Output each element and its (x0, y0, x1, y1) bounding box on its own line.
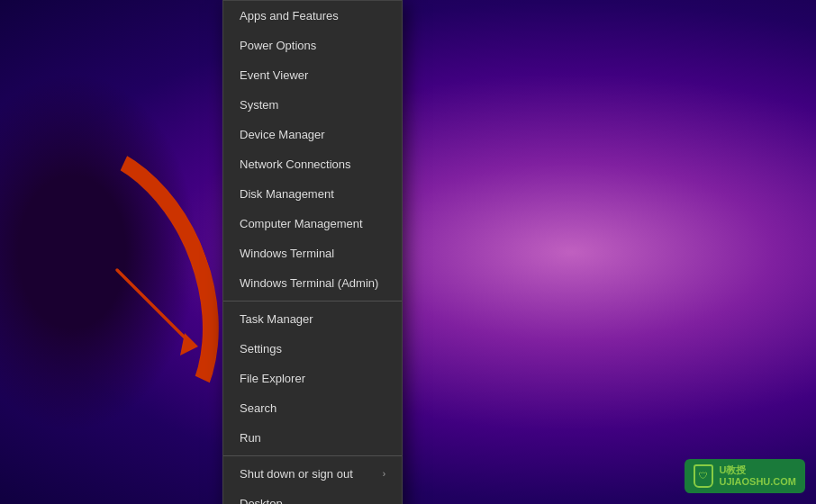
arrow-indicator (90, 252, 216, 369)
menu-item-label-event-viewer: Event Viewer (240, 68, 308, 82)
menu-item-network-connections[interactable]: Network Connections (223, 149, 402, 179)
menu-item-label-desktop: Desktop (240, 497, 283, 504)
menu-item-power-options[interactable]: Power Options (223, 31, 402, 60)
menu-item-label-search: Search (240, 401, 277, 415)
chevron-right-icon: › (383, 469, 385, 479)
menu-item-shut-down[interactable]: Shut down or sign out› (223, 459, 402, 489)
watermark-shield-icon: 🛡 (694, 464, 713, 488)
menu-item-label-shut-down: Shut down or sign out (240, 467, 353, 481)
menu-item-label-disk-management: Disk Management (240, 187, 334, 201)
menu-item-label-computer-management: Computer Management (240, 217, 363, 230)
menu-item-windows-terminal[interactable]: Windows Terminal (223, 238, 402, 268)
menu-item-apps-features[interactable]: Apps and Features (223, 1, 402, 31)
menu-item-settings[interactable]: Settings (223, 334, 402, 364)
desktop: Apps and FeaturesPower OptionsEvent View… (0, 0, 816, 504)
svg-line-0 (117, 270, 189, 342)
context-menu: Apps and FeaturesPower OptionsEvent View… (222, 0, 403, 504)
menu-item-desktop[interactable]: Desktop (223, 489, 402, 504)
menu-item-label-task-manager: Task Manager (240, 312, 313, 326)
menu-item-label-device-manager: Device Manager (240, 128, 325, 141)
menu-item-label-settings: Settings (240, 342, 282, 356)
menu-item-label-network-connections: Network Connections (240, 158, 351, 171)
menu-item-label-run: Run (240, 431, 261, 445)
menu-item-system[interactable]: System (223, 90, 402, 120)
menu-item-file-explorer[interactable]: File Explorer (223, 364, 402, 393)
menu-divider (223, 455, 402, 456)
menu-item-label-apps-features: Apps and Features (240, 9, 339, 22)
menu-item-label-windows-terminal-admin: Windows Terminal (Admin) (240, 276, 378, 290)
svg-marker-1 (180, 333, 198, 356)
menu-item-label-windows-terminal: Windows Terminal (240, 247, 334, 260)
watermark: 🛡 U教授 UJIAOSHU.COM (685, 459, 805, 493)
menu-item-computer-management[interactable]: Computer Management (223, 209, 402, 238)
menu-item-run[interactable]: Run (223, 423, 402, 453)
menu-item-windows-terminal-admin[interactable]: Windows Terminal (Admin) (223, 268, 402, 298)
menu-divider (223, 301, 402, 302)
watermark-text: U教授 UJIAOSHU.COM (719, 464, 796, 488)
menu-item-device-manager[interactable]: Device Manager (223, 120, 402, 149)
menu-item-label-file-explorer: File Explorer (240, 372, 305, 385)
menu-item-label-system: System (240, 98, 278, 112)
menu-item-disk-management[interactable]: Disk Management (223, 179, 402, 209)
menu-item-search[interactable]: Search (223, 393, 402, 423)
menu-item-task-manager[interactable]: Task Manager (223, 304, 402, 334)
menu-item-event-viewer[interactable]: Event Viewer (223, 60, 402, 90)
menu-item-label-power-options: Power Options (240, 39, 316, 52)
